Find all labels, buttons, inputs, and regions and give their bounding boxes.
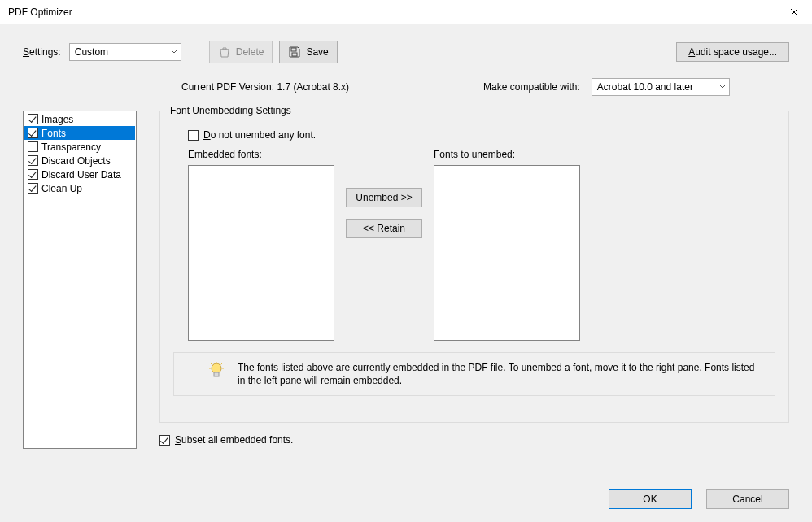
titlebar: PDF Optimizer (0, 0, 812, 24)
hint-box: The fonts listed above are currently emb… (173, 352, 775, 396)
version-row: Current PDF Version: 1.7 (Acrobat 8.x) M… (23, 78, 789, 96)
category-label: Discard Objects (41, 155, 111, 167)
chevron-down-icon (171, 50, 177, 54)
category-label: Images (41, 114, 73, 125)
delete-button[interactable]: Delete (209, 41, 273, 63)
category-item-transparency[interactable]: Transparency (24, 140, 135, 154)
checkbox-icon[interactable] (28, 183, 38, 194)
fonts-to-unembed-label: Fonts to unembed: (434, 149, 580, 160)
floppy-icon (288, 46, 301, 59)
svg-point-2 (212, 363, 221, 373)
top-toolbar: Settings: Custom Delete Save Audit space… (23, 41, 789, 63)
settings-panel: Font Unembedding Settings Do not unembed… (159, 111, 789, 449)
cancel-button[interactable]: Cancel (706, 489, 789, 509)
fonts-to-unembed-listbox[interactable] (434, 165, 580, 341)
settings-label: Settings: (23, 46, 61, 58)
category-item-discard-objects[interactable]: Discard Objects (24, 154, 135, 167)
svg-rect-1 (292, 53, 297, 56)
category-label: Fonts (41, 128, 66, 139)
category-label: Transparency (41, 141, 101, 153)
embedded-fonts-column: Embedded fonts: (173, 149, 334, 341)
save-button-label: Save (306, 46, 328, 58)
compatibility-combo[interactable]: Acrobat 10.0 and later (592, 78, 730, 96)
groupbox-title: Font Unembedding Settings (167, 105, 295, 116)
settings-combo[interactable]: Custom (69, 43, 181, 61)
svg-rect-0 (291, 48, 296, 51)
do-not-unembed-label: Do not unembed any font. (203, 129, 316, 141)
checkbox-icon[interactable] (28, 114, 38, 124)
fonts-columns: Embedded fonts: Unembed >> << Retain Fon… (173, 149, 775, 341)
category-list[interactable]: Images Fonts Transparency Discard Object… (23, 111, 137, 449)
unembed-button[interactable]: Unembed >> (346, 188, 422, 207)
hint-text: The fonts listed above are currently emb… (238, 361, 758, 387)
category-label: Clean Up (41, 183, 82, 194)
move-buttons: Unembed >> << Retain (346, 188, 422, 238)
close-button[interactable] (775, 0, 812, 24)
category-item-images[interactable]: Images (24, 112, 135, 126)
category-label: Discard User Data (41, 169, 121, 181)
category-item-discard-user-data[interactable]: Discard User Data (24, 167, 135, 181)
chevron-down-icon (719, 85, 726, 89)
trash-icon (218, 46, 231, 59)
checkbox-icon[interactable] (28, 169, 38, 180)
dialog-footer: OK Cancel (609, 489, 789, 509)
main-content: Images Fonts Transparency Discard Object… (23, 111, 789, 449)
compatibility-combo-value: Acrobat 10.0 and later (597, 81, 693, 93)
delete-button-label: Delete (236, 46, 264, 58)
window-title: PDF Optimizer (8, 7, 72, 18)
checkbox-icon[interactable] (28, 141, 38, 152)
save-button[interactable]: Save (279, 41, 337, 63)
current-pdf-version-label: Current PDF Version: 1.7 (Acrobat 8.x) (181, 81, 349, 93)
embedded-fonts-listbox[interactable] (188, 165, 334, 341)
make-compatible-label: Make compatible with: (483, 81, 580, 93)
close-icon (790, 8, 798, 16)
category-item-clean-up[interactable]: Clean Up (24, 181, 135, 195)
dialog-body: Settings: Custom Delete Save Audit space… (0, 24, 812, 522)
settings-combo-value: Custom (75, 46, 108, 58)
subset-checkbox[interactable] (159, 435, 170, 446)
retain-button[interactable]: << Retain (346, 219, 422, 238)
svg-rect-3 (214, 372, 219, 376)
lightbulb-icon (207, 361, 226, 381)
checkbox-icon[interactable] (28, 128, 38, 138)
subset-label: Subset all embedded fonts. (175, 434, 293, 446)
checkbox-icon[interactable] (28, 155, 38, 166)
font-unembedding-group: Font Unembedding Settings Do not unembed… (159, 111, 789, 423)
ok-button[interactable]: OK (609, 489, 692, 509)
subset-row: Subset all embedded fonts. (159, 434, 789, 446)
unembed-fonts-column: Fonts to unembed: (434, 149, 580, 341)
do-not-unembed-row: Do not unembed any font. (188, 129, 775, 141)
do-not-unembed-checkbox[interactable] (188, 130, 199, 141)
category-item-fonts[interactable]: Fonts (24, 126, 135, 140)
embedded-fonts-label: Embedded fonts: (188, 149, 334, 160)
audit-space-button[interactable]: Audit space usage... (676, 42, 789, 62)
